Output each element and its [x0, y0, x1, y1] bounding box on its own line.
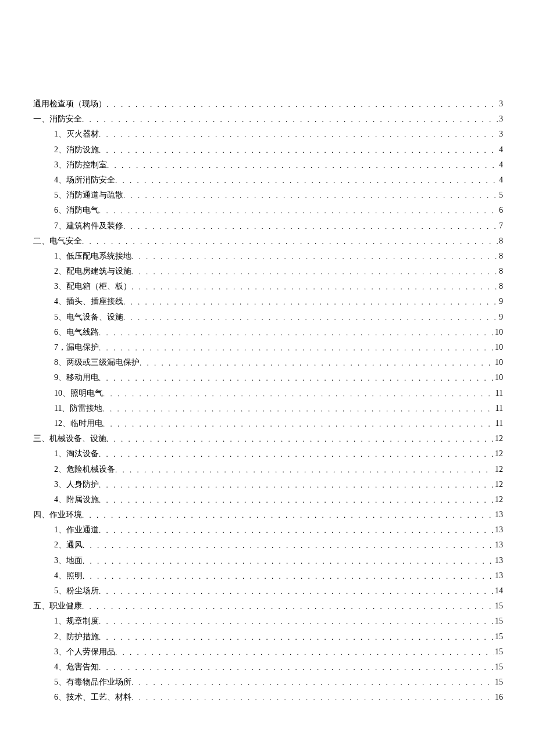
toc-entry: 7、建筑构件及装修7 [33, 222, 503, 230]
toc-entry-title: 7，漏电保护 [33, 343, 99, 352]
toc-entry-title: 4、场所消防安全 [33, 176, 115, 184]
toc-entry: 4、照明13 [33, 572, 503, 580]
toc-entry: 四、作业环境13 [33, 511, 503, 519]
toc-entry: 4、场所消防安全4 [33, 176, 503, 184]
toc-entry-page: 4 [498, 176, 503, 184]
toc-entry: 1、规章制度15 [33, 617, 503, 625]
toc-entry: 5、粉尘场所14 [33, 587, 503, 595]
toc-entry-title: 2、消防设施 [33, 146, 99, 154]
toc-entry-title: 五、职业健康 [33, 602, 82, 610]
toc-entry-title: 二、电气安全 [33, 237, 82, 245]
toc-leader-dots [107, 162, 498, 169]
toc-entry-page: 13 [494, 526, 503, 534]
toc-entry-title: 3、地面 [33, 557, 83, 565]
toc-entry: 5、消防通道与疏散5 [33, 191, 503, 199]
toc-entry: 2、通风13 [33, 541, 503, 549]
toc-entry: 9、移动用电10 [33, 374, 503, 382]
toc-entry-page: 9 [498, 298, 503, 306]
toc-entry-page: 8 [498, 282, 503, 291]
toc-entry-page: 11 [494, 389, 503, 397]
toc-leader-dots [115, 466, 494, 474]
toc-leader-dots [82, 238, 498, 245]
toc-entry: 三、机械设备、设施12 [33, 435, 503, 443]
toc-entry-page: 8 [498, 267, 503, 275]
toc-entry: 2、配电房建筑与设施8 [33, 267, 503, 275]
toc-leader-dots [106, 435, 494, 443]
toc-entry-page: 13 [494, 541, 503, 549]
toc-entry-title: 3、个人劳保用品 [33, 648, 115, 656]
toc-entry: 4、插头、插座接线9 [33, 298, 503, 306]
toc-entry-page: 3 [498, 100, 503, 108]
toc-leader-dots [115, 177, 498, 184]
toc-entry-page: 14 [494, 587, 503, 595]
toc-entry: 3、人身防护12 [33, 481, 503, 489]
toc-entry-page: 10 [494, 343, 503, 352]
toc-entry: 4、附属设施12 [33, 496, 503, 504]
toc-entry-page: 10 [494, 328, 503, 336]
toc-leader-dots [99, 481, 494, 489]
toc-entry: 6、技术、工艺、材料16 [33, 693, 503, 701]
toc-leader-dots [131, 679, 494, 686]
toc-entry-page: 6 [498, 206, 503, 214]
toc-entry: 通用检查项（现场）3 [33, 100, 503, 108]
toc-entry: 1、作业通道13 [33, 526, 503, 534]
toc-entry-title: 9、移动用电 [33, 374, 99, 382]
toc-entry-title: 6、消防电气 [33, 206, 99, 214]
toc-entry-title: 8、两级或三级漏电保护 [33, 359, 140, 367]
toc-entry-title: 5、粉尘场所 [33, 587, 99, 595]
toc-leader-dots [99, 344, 494, 352]
toc-entry-page: 11 [494, 404, 503, 413]
toc-entry-page: 5 [498, 191, 503, 199]
toc-leader-dots [131, 253, 498, 260]
toc-entry-title: 3、配电箱（柜、板） [33, 282, 131, 291]
toc-entry-title: 2、通风 [33, 541, 83, 549]
toc-entry: 1、灭火器材3 [33, 130, 503, 138]
toc-leader-dots [131, 268, 498, 275]
toc-entry-title: 4、照明 [33, 572, 83, 580]
toc-entry-title: 6、电气线路 [33, 328, 99, 336]
toc-entry: 2、危险机械设备12 [33, 465, 503, 474]
toc-leader-dots [99, 131, 498, 138]
toc-leader-dots [99, 618, 494, 625]
toc-entry-title: 5、有毒物品作业场所 [33, 678, 131, 686]
toc-leader-dots [99, 374, 494, 382]
toc-entry-page: 10 [494, 374, 503, 382]
toc-leader-dots [82, 511, 494, 519]
toc-entry-page: 15 [494, 633, 503, 641]
toc-entry: 11、防雷接地11 [33, 404, 503, 413]
toc-entry-title: 三、机械设备、设施 [33, 435, 106, 443]
toc-leader-dots [99, 450, 494, 458]
toc-entry-title: 2、防护措施 [33, 633, 99, 641]
toc-leader-dots [99, 496, 494, 504]
toc-entry: 6、电气线路10 [33, 328, 503, 336]
toc-entry-title: 1、低压配电系统接地 [33, 252, 131, 260]
toc-leader-dots [99, 587, 494, 595]
toc-entry-title: 3、消防控制室 [33, 161, 107, 169]
toc-entry: 7，漏电保护10 [33, 343, 503, 352]
toc-leader-dots [99, 664, 494, 671]
toc-entry-page: 12 [494, 450, 503, 458]
toc-entry: 1、淘汰设备12 [33, 450, 503, 458]
toc-entry-page: 8 [498, 237, 503, 245]
toc-entry: 二、电气安全8 [33, 237, 503, 245]
toc-entry-page: 15 [494, 617, 503, 625]
toc-entry-title: 7、建筑构件及装修 [33, 222, 123, 230]
toc-entry-title: 4、危害告知 [33, 663, 99, 671]
toc-entry: 12、临时用电11 [33, 420, 503, 428]
toc-leader-dots [82, 116, 498, 123]
toc-entry-title: 10、照明电气 [33, 389, 103, 397]
toc-leader-dots [103, 390, 494, 397]
toc-entry-title: 2、配电房建筑与设施 [33, 267, 131, 275]
toc-entry: 1、低压配电系统接地8 [33, 252, 503, 260]
toc-entry: 2、防护措施15 [33, 633, 503, 641]
toc-entry-title: 1、规章制度 [33, 617, 99, 625]
toc-entry-page: 8 [498, 252, 503, 260]
toc-entry-title: 1、作业通道 [33, 526, 99, 534]
toc-leader-dots [102, 405, 494, 413]
toc-entry-page: 13 [494, 572, 503, 580]
toc-leader-dots [123, 223, 498, 230]
toc-entry-page: 11 [494, 420, 503, 428]
toc-leader-dots [131, 694, 494, 701]
toc-entry: 4、危害告知15 [33, 663, 503, 671]
toc-leader-dots [99, 207, 498, 214]
